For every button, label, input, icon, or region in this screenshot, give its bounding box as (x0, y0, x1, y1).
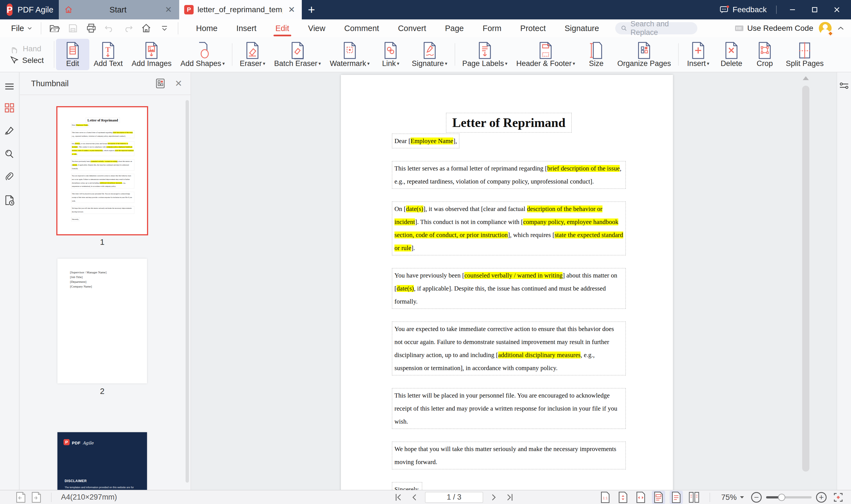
tab-start[interactable]: Start ✕ (59, 0, 179, 19)
zoom-slider[interactable] (766, 496, 812, 499)
feedback-button[interactable]: Feedback (720, 5, 767, 14)
save-icon[interactable] (67, 23, 78, 34)
menu-item-protect[interactable]: Protect (511, 20, 555, 37)
thumbnail-scrollbar[interactable] (185, 100, 189, 483)
undo-icon[interactable] (104, 23, 115, 34)
minimize-button[interactable] (786, 3, 799, 16)
letter-paragraph[interactable]: On [date(s)], it was observed that [clea… (71, 141, 135, 156)
delete-button[interactable]: Delete (715, 39, 748, 70)
zoom-slider-knob[interactable] (778, 494, 785, 501)
letter-paragraph[interactable]: Dear [Employee Name], (71, 123, 90, 127)
collapse-toolbar-icon[interactable] (159, 23, 170, 34)
zoom-out-button[interactable]: − (751, 492, 762, 503)
menu-item-signature[interactable]: Signature (555, 20, 608, 37)
batch-eraser-button[interactable]: Batch Eraser▾ (270, 39, 325, 70)
add-text-button[interactable]: TAdd Text (89, 39, 127, 70)
close-tab-icon[interactable]: ✕ (163, 5, 174, 14)
page-indicator-input[interactable]: 1 / 3 (425, 492, 483, 503)
redo-icon[interactable] (122, 23, 134, 34)
menu-item-form[interactable]: Form (473, 20, 511, 37)
last-page-icon[interactable] (505, 493, 514, 502)
search-icon[interactable] (4, 149, 14, 159)
letter-paragraph[interactable]: You have previously been [counseled verb… (71, 159, 135, 170)
menu-item-insert[interactable]: Insert (227, 20, 266, 37)
page-3-thumbnail[interactable]: P PDF Agile DISCLAIMER The templates and… (57, 432, 147, 490)
scroll-up-arrow-icon[interactable] (803, 76, 809, 80)
tab-document[interactable]: P letter_of_reprimand_templa... ✕ (179, 0, 302, 19)
collapse-ribbon-icon[interactable] (837, 26, 844, 31)
page-labels-button[interactable]: Page Labels▾ (458, 39, 512, 70)
letter-paragraph[interactable]: Sincerely, (71, 217, 79, 221)
add-images-button[interactable]: Add Images (127, 39, 176, 70)
actual-size-button[interactable]: 1:1 (599, 491, 612, 504)
menu-item-page[interactable]: Page (436, 20, 473, 37)
thumbnail-grid-view-icon[interactable] (155, 78, 166, 89)
fit-page-button[interactable] (616, 491, 630, 504)
letter-paragraph[interactable]: We hope that you will take this matter s… (71, 206, 135, 214)
close-window-button[interactable] (831, 3, 843, 16)
document-page[interactable]: Letter of ReprimandDear [Employee Name],… (341, 75, 673, 490)
letter-paragraph[interactable]: This letter serves as a formal letter of… (71, 130, 135, 138)
properties-sliders-icon[interactable] (839, 82, 849, 490)
add-shapes-button[interactable]: Add Shapes▾ (176, 39, 229, 70)
page-2-thumbnail[interactable]: [Supervisor / Manager Name][Job Title][D… (57, 259, 147, 383)
recent-document-icon[interactable] (4, 195, 14, 205)
letter-paragraph[interactable]: Sincerely, (392, 482, 422, 490)
open-file-icon[interactable] (49, 23, 60, 34)
two-page-view-button[interactable] (687, 491, 701, 504)
watermark-button[interactable]: Watermark▾ (325, 39, 374, 70)
menu-item-convert[interactable]: Convert (389, 20, 436, 37)
zoom-dropdown-icon[interactable] (740, 496, 744, 499)
zoom-level-label[interactable]: 75% (721, 493, 737, 502)
insert-button[interactable]: Insert▾ (681, 39, 715, 70)
use-redeem-code-button[interactable]: Use Redeem Code (734, 24, 813, 33)
first-page-icon[interactable] (394, 493, 403, 502)
letter-paragraph[interactable]: You have previously been [counseled verb… (392, 268, 626, 309)
letter-paragraph[interactable]: On [date(s)], it was observed that [clea… (392, 201, 626, 255)
file-menu[interactable]: File (0, 24, 41, 33)
continuous-scroll-button[interactable] (652, 491, 665, 504)
zoom-in-button[interactable]: + (816, 492, 827, 503)
letter-paragraph[interactable]: We hope that you will take this matter s… (392, 442, 626, 469)
print-icon[interactable] (86, 23, 97, 34)
page-1-thumbnail[interactable]: Letter of ReprimandDear [Employee Name],… (57, 107, 147, 234)
thumbnails-icon[interactable] (4, 103, 14, 113)
next-page-icon[interactable] (491, 493, 498, 502)
home-icon[interactable] (141, 23, 152, 34)
letter-paragraph[interactable]: This letter will be placed in your perso… (392, 388, 626, 429)
annotate-icon[interactable] (4, 126, 15, 136)
search-input[interactable]: Search and Replace (615, 22, 697, 34)
fullscreen-button[interactable] (833, 492, 844, 503)
crop-button[interactable]: Crop (748, 39, 781, 70)
eraser-button[interactable]: Eraser▾ (235, 39, 270, 70)
split-pages-button[interactable]: Split Pages (781, 39, 828, 70)
letter-paragraph[interactable]: This letter will be placed in your perso… (71, 192, 135, 203)
previous-page-icon[interactable] (410, 493, 418, 502)
new-tab-button[interactable]: + (302, 0, 321, 19)
avatar[interactable] (819, 22, 832, 35)
organize-pages-button[interactable]: Organize Pages (613, 39, 675, 70)
menu-item-view[interactable]: View (299, 20, 335, 37)
header-footer-button[interactable]: Header & Footer▾ (512, 39, 580, 70)
menu-icon[interactable] (4, 83, 14, 90)
edit-button[interactable]: Edit (56, 39, 89, 70)
menu-item-comment[interactable]: Comment (335, 20, 389, 37)
attachment-icon[interactable] (5, 172, 14, 182)
next-view-icon[interactable] (31, 491, 41, 503)
select-tool-button[interactable]: Select (10, 56, 44, 65)
link-button[interactable]: Link▾ (374, 39, 407, 70)
single-page-view-button[interactable] (670, 491, 683, 504)
previous-view-icon[interactable] (16, 491, 26, 503)
letter-paragraph[interactable]: You are expected to take immediate corre… (392, 322, 626, 375)
document-scrollbar[interactable] (802, 86, 810, 471)
size-button[interactable]: Size (580, 39, 613, 70)
letter-paragraph[interactable]: Dear [Employee Name], (392, 133, 459, 148)
menu-item-edit[interactable]: Edit (266, 20, 299, 37)
letter-paragraph[interactable]: This letter serves as a formal letter of… (392, 161, 626, 189)
letter-paragraph[interactable]: You are expected to take immediate corre… (71, 174, 135, 188)
fit-width-button[interactable] (634, 491, 648, 504)
maximize-button[interactable] (808, 3, 821, 16)
close-panel-icon[interactable]: ✕ (173, 78, 184, 89)
signature-button[interactable]: Signature▾ (407, 39, 451, 70)
close-tab-icon[interactable]: ✕ (286, 5, 297, 14)
